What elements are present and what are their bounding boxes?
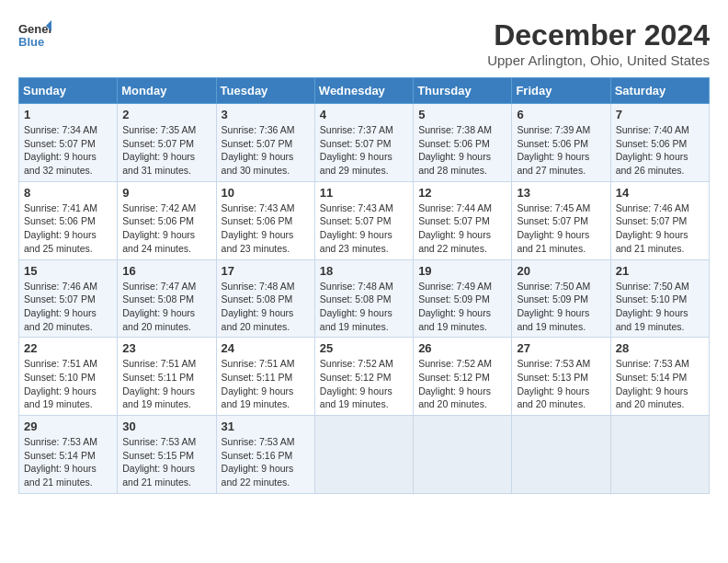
day-number: 24 (222, 341, 310, 355)
title-block: December 2024 Upper Arlington, Ohio, Uni… (487, 18, 710, 68)
table-row: 9 Sunrise: 7:42 AMSunset: 5:06 PMDayligh… (118, 181, 216, 259)
day-info: Sunrise: 7:49 AMSunset: 5:09 PMDaylight:… (418, 281, 492, 332)
day-number: 2 (122, 108, 210, 121)
table-row: 18 Sunrise: 7:48 AMSunset: 5:08 PMDaylig… (314, 259, 413, 338)
day-number: 12 (418, 186, 506, 200)
table-row: 26 Sunrise: 7:52 AMSunset: 5:12 PMDaylig… (414, 338, 512, 416)
day-number: 4 (320, 108, 408, 121)
day-number: 17 (222, 264, 310, 278)
day-number: 7 (616, 108, 704, 121)
calendar-table: Sunday Monday Tuesday Wednesday Thursday… (18, 77, 710, 494)
table-row: 4 Sunrise: 7:37 AMSunset: 5:07 PMDayligh… (314, 104, 413, 182)
location-title: Upper Arlington, Ohio, United States (487, 52, 710, 68)
day-info: Sunrise: 7:53 AMSunset: 5:15 PMDaylight:… (122, 436, 196, 488)
day-number: 10 (222, 186, 310, 200)
col-header-friday: Friday (512, 78, 610, 104)
logo: General Blue (18, 18, 51, 52)
day-number: 13 (517, 186, 605, 200)
table-row: 5 Sunrise: 7:38 AMSunset: 5:06 PMDayligh… (414, 104, 512, 182)
month-title: December 2024 (487, 18, 710, 52)
day-number: 29 (24, 419, 112, 433)
day-number: 6 (517, 108, 605, 121)
logo-icon: General Blue (18, 18, 51, 52)
day-number: 16 (122, 264, 210, 278)
svg-text:General: General (18, 22, 51, 36)
day-info: Sunrise: 7:35 AMSunset: 5:07 PMDaylight:… (122, 124, 196, 176)
col-header-monday: Monday (118, 78, 216, 104)
day-number: 25 (320, 341, 408, 355)
table-row: 15 Sunrise: 7:46 AMSunset: 5:07 PMDaylig… (19, 259, 118, 338)
svg-text:Blue: Blue (18, 35, 44, 49)
calendar-row: 1 Sunrise: 7:34 AMSunset: 5:07 PMDayligh… (19, 104, 710, 182)
table-row: 13 Sunrise: 7:45 AMSunset: 5:07 PMDaylig… (512, 181, 610, 259)
day-info: Sunrise: 7:53 AMSunset: 5:16 PMDaylight:… (222, 436, 295, 488)
day-number: 5 (418, 108, 506, 121)
day-info: Sunrise: 7:53 AMSunset: 5:14 PMDaylight:… (24, 436, 97, 488)
table-row (512, 416, 610, 494)
day-info: Sunrise: 7:41 AMSunset: 5:06 PMDaylight:… (24, 202, 97, 254)
day-number: 26 (418, 341, 506, 355)
calendar-row: 8 Sunrise: 7:41 AMSunset: 5:06 PMDayligh… (19, 181, 710, 259)
page-header: General Blue December 2024 Upper Arlingt… (18, 18, 710, 68)
day-number: 1 (24, 108, 112, 121)
day-info: Sunrise: 7:47 AMSunset: 5:08 PMDaylight:… (122, 281, 196, 332)
day-number: 31 (222, 419, 310, 433)
day-info: Sunrise: 7:52 AMSunset: 5:12 PMDaylight:… (418, 358, 492, 409)
table-row: 1 Sunrise: 7:34 AMSunset: 5:07 PMDayligh… (19, 104, 118, 182)
table-row (414, 416, 512, 494)
calendar-row: 29 Sunrise: 7:53 AMSunset: 5:14 PMDaylig… (19, 416, 710, 494)
day-info: Sunrise: 7:48 AMSunset: 5:08 PMDaylight:… (222, 281, 295, 332)
day-info: Sunrise: 7:36 AMSunset: 5:07 PMDaylight:… (222, 124, 295, 176)
table-row: 21 Sunrise: 7:50 AMSunset: 5:10 PMDaylig… (610, 259, 709, 338)
day-info: Sunrise: 7:51 AMSunset: 5:11 PMDaylight:… (122, 358, 196, 409)
day-number: 18 (320, 264, 408, 278)
day-info: Sunrise: 7:51 AMSunset: 5:11 PMDaylight:… (222, 358, 295, 409)
table-row: 3 Sunrise: 7:36 AMSunset: 5:07 PMDayligh… (216, 104, 314, 182)
day-number: 9 (122, 186, 210, 200)
day-info: Sunrise: 7:44 AMSunset: 5:07 PMDaylight:… (418, 202, 492, 254)
table-row: 20 Sunrise: 7:50 AMSunset: 5:09 PMDaylig… (512, 259, 610, 338)
day-number: 19 (418, 264, 506, 278)
day-info: Sunrise: 7:45 AMSunset: 5:07 PMDaylight:… (517, 202, 590, 254)
table-row: 17 Sunrise: 7:48 AMSunset: 5:08 PMDaylig… (216, 259, 314, 338)
table-row (610, 416, 709, 494)
day-number: 15 (24, 264, 112, 278)
day-info: Sunrise: 7:38 AMSunset: 5:06 PMDaylight:… (418, 124, 492, 176)
calendar-row: 22 Sunrise: 7:51 AMSunset: 5:10 PMDaylig… (19, 338, 710, 416)
table-row: 25 Sunrise: 7:52 AMSunset: 5:12 PMDaylig… (314, 338, 413, 416)
day-number: 22 (24, 341, 112, 355)
day-number: 3 (222, 108, 310, 121)
table-row: 8 Sunrise: 7:41 AMSunset: 5:06 PMDayligh… (19, 181, 118, 259)
day-info: Sunrise: 7:52 AMSunset: 5:12 PMDaylight:… (320, 358, 393, 409)
day-info: Sunrise: 7:43 AMSunset: 5:07 PMDaylight:… (320, 202, 393, 254)
day-number: 21 (616, 264, 704, 278)
day-info: Sunrise: 7:53 AMSunset: 5:14 PMDaylight:… (616, 358, 689, 409)
table-row: 12 Sunrise: 7:44 AMSunset: 5:07 PMDaylig… (414, 181, 512, 259)
table-row: 19 Sunrise: 7:49 AMSunset: 5:09 PMDaylig… (414, 259, 512, 338)
day-info: Sunrise: 7:50 AMSunset: 5:09 PMDaylight:… (517, 281, 590, 332)
calendar-row: 15 Sunrise: 7:46 AMSunset: 5:07 PMDaylig… (19, 259, 710, 338)
table-row (314, 416, 413, 494)
table-row: 24 Sunrise: 7:51 AMSunset: 5:11 PMDaylig… (216, 338, 314, 416)
table-row: 22 Sunrise: 7:51 AMSunset: 5:10 PMDaylig… (19, 338, 118, 416)
day-number: 14 (616, 186, 704, 200)
day-info: Sunrise: 7:43 AMSunset: 5:06 PMDaylight:… (222, 202, 295, 254)
day-info: Sunrise: 7:42 AMSunset: 5:06 PMDaylight:… (122, 202, 196, 254)
day-info: Sunrise: 7:53 AMSunset: 5:13 PMDaylight:… (517, 358, 590, 409)
day-number: 11 (320, 186, 408, 200)
table-row: 10 Sunrise: 7:43 AMSunset: 5:06 PMDaylig… (216, 181, 314, 259)
table-row: 6 Sunrise: 7:39 AMSunset: 5:06 PMDayligh… (512, 104, 610, 182)
table-row: 23 Sunrise: 7:51 AMSunset: 5:11 PMDaylig… (118, 338, 216, 416)
day-info: Sunrise: 7:46 AMSunset: 5:07 PMDaylight:… (616, 202, 689, 254)
day-info: Sunrise: 7:40 AMSunset: 5:06 PMDaylight:… (616, 124, 689, 176)
table-row: 28 Sunrise: 7:53 AMSunset: 5:14 PMDaylig… (610, 338, 709, 416)
day-info: Sunrise: 7:50 AMSunset: 5:10 PMDaylight:… (616, 281, 689, 332)
day-info: Sunrise: 7:34 AMSunset: 5:07 PMDaylight:… (24, 124, 97, 176)
table-row: 27 Sunrise: 7:53 AMSunset: 5:13 PMDaylig… (512, 338, 610, 416)
table-row: 2 Sunrise: 7:35 AMSunset: 5:07 PMDayligh… (118, 104, 216, 182)
col-header-tuesday: Tuesday (216, 78, 314, 104)
table-row: 16 Sunrise: 7:47 AMSunset: 5:08 PMDaylig… (118, 259, 216, 338)
table-row: 30 Sunrise: 7:53 AMSunset: 5:15 PMDaylig… (118, 416, 216, 494)
day-info: Sunrise: 7:37 AMSunset: 5:07 PMDaylight:… (320, 124, 393, 176)
day-info: Sunrise: 7:48 AMSunset: 5:08 PMDaylight:… (320, 281, 393, 332)
